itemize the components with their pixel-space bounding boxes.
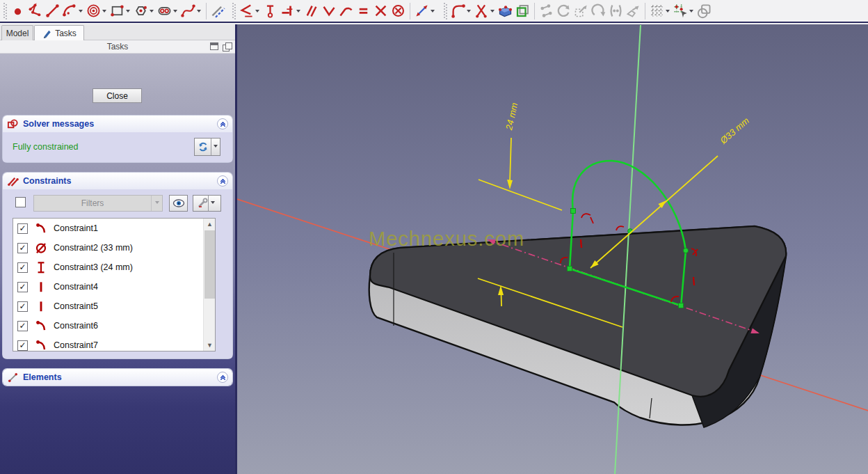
show-hide-constraints-button[interactable]: [169, 195, 188, 212]
vertical-marker[interactable]: [693, 277, 694, 285]
constraint-checkbox[interactable]: [17, 223, 28, 234]
solver-status-text: Fully constrained: [13, 142, 79, 152]
constraint-row[interactable]: Constraint1: [13, 219, 215, 238]
sketch-vertex[interactable]: [568, 267, 572, 271]
construction-mode-button[interactable]: [209, 1, 227, 21]
constraint-checkbox[interactable]: [17, 262, 28, 273]
constraint-checkbox[interactable]: [17, 243, 28, 253]
constraint-row[interactable]: Constraint7: [13, 335, 215, 351]
vertical-marker[interactable]: [581, 239, 581, 248]
refresh-dropdown[interactable]: [211, 139, 220, 155]
dock-icon[interactable]: [210, 42, 218, 50]
move-button[interactable]: [625, 1, 642, 21]
equal-button[interactable]: [355, 1, 372, 21]
3d-scene[interactable]: Mechnexus.com: [237, 24, 868, 474]
constraint-row[interactable]: Constraint2 (33 mm): [13, 238, 215, 258]
constraint-row[interactable]: Constraint4: [13, 277, 215, 297]
constraint-checkbox[interactable]: [17, 301, 28, 312]
grid-dropdown[interactable]: [666, 10, 670, 15]
arc-dropdown[interactable]: [79, 10, 83, 15]
elements-icon: [7, 372, 19, 384]
external-geometry-button[interactable]: [497, 1, 514, 21]
tab-tasks-label: Tasks: [55, 29, 77, 38]
fillet-button[interactable]: [449, 1, 473, 21]
toolbar-drag-handle[interactable]: [232, 3, 236, 19]
symmetric-button[interactable]: [372, 1, 389, 21]
constraint-row[interactable]: Constraint5: [13, 297, 215, 316]
arc-button[interactable]: [61, 1, 85, 21]
bspline-dropdown[interactable]: [197, 10, 201, 15]
constraint-label: Constraint7: [54, 340, 98, 350]
close-button[interactable]: Close: [93, 88, 142, 103]
collapse-chevron-icon[interactable]: [217, 372, 228, 383]
clone-button[interactable]: [538, 1, 555, 21]
block-button[interactable]: [389, 1, 407, 21]
dimension-button[interactable]: [238, 1, 262, 21]
slot-dropdown[interactable]: [173, 10, 177, 15]
bspline-button[interactable]: [179, 1, 203, 21]
sketch-vertex[interactable]: [683, 248, 688, 253]
perpendicular-button[interactable]: [320, 1, 337, 21]
elements-header[interactable]: Elements: [3, 369, 232, 386]
constraint-label: Constraint2 (33 mm): [54, 243, 133, 253]
rectangle-dropdown[interactable]: [126, 10, 130, 15]
horizontal-vertical-button[interactable]: [279, 1, 303, 21]
scroll-down-icon[interactable]: ▼: [204, 340, 216, 351]
scale-icon: [573, 3, 589, 19]
constraints-header[interactable]: Constraints: [3, 173, 232, 189]
scroll-up-icon[interactable]: ▲: [204, 219, 216, 230]
polyline-button[interactable]: [26, 1, 44, 21]
horizontal-vertical-dropdown[interactable]: [296, 10, 300, 15]
offset-button[interactable]: [590, 1, 607, 21]
polygon-button[interactable]: [132, 1, 156, 21]
trim-button[interactable]: [473, 1, 497, 21]
refresh-icon: [195, 139, 211, 155]
float-icon[interactable]: [223, 42, 231, 50]
parallel-button[interactable]: [303, 1, 320, 21]
fillet-dropdown[interactable]: [467, 10, 471, 15]
collapse-chevron-icon[interactable]: [217, 175, 228, 187]
rectangle-button[interactable]: [108, 1, 132, 21]
tangent-button[interactable]: [337, 1, 355, 21]
trim-dropdown[interactable]: [490, 10, 495, 15]
collapse-chevron-icon[interactable]: [217, 118, 228, 129]
line-button[interactable]: [44, 1, 61, 21]
filter-checkbox[interactable]: [15, 197, 26, 207]
snap-dropdown[interactable]: [689, 10, 693, 15]
constraint-checkbox[interactable]: [17, 340, 28, 351]
scale-button[interactable]: [572, 1, 590, 21]
sketch-vertex[interactable]: [679, 303, 684, 308]
snap-button[interactable]: [672, 1, 696, 21]
constraint-row[interactable]: Constraint6: [13, 316, 215, 335]
scrollbar[interactable]: ▲ ▼: [203, 219, 215, 351]
constraint-settings-button[interactable]: [193, 195, 221, 212]
refresh-button[interactable]: [194, 138, 220, 156]
circle-button[interactable]: [85, 1, 108, 21]
carbon-copy-button[interactable]: [514, 1, 531, 21]
tab-tasks[interactable]: Tasks: [34, 25, 84, 41]
constraint-checkbox[interactable]: [17, 321, 28, 331]
distance-button[interactable]: [413, 1, 437, 21]
solver-messages-header[interactable]: Solver messages: [3, 116, 232, 132]
dimension-dropdown[interactable]: [255, 10, 259, 15]
3d-viewport[interactable]: Mechnexus.com: [237, 24, 868, 474]
slot-button[interactable]: [156, 1, 179, 21]
point-button[interactable]: [9, 1, 26, 21]
rotate-button[interactable]: [555, 1, 572, 21]
tab-model[interactable]: Model: [1, 25, 33, 40]
toolbar-drag-handle[interactable]: [3, 3, 7, 19]
coincident-button[interactable]: [262, 1, 279, 21]
settings-dropdown[interactable]: [208, 196, 217, 211]
grid-button[interactable]: [648, 1, 672, 21]
constraint-list[interactable]: Constraint1 Constraint2 (33 mm) Constrai…: [13, 218, 216, 351]
scrollbar-thumb[interactable]: [204, 230, 215, 299]
render-order-button[interactable]: [696, 1, 713, 21]
distance-dropdown[interactable]: [431, 10, 435, 15]
circle-dropdown[interactable]: [102, 10, 106, 15]
symmetry-button[interactable]: [607, 1, 625, 21]
polygon-dropdown[interactable]: [150, 10, 154, 15]
constraint-row[interactable]: Constraint3 (24 mm): [13, 258, 215, 277]
sketch-vertex[interactable]: [571, 209, 576, 214]
constraint-checkbox[interactable]: [17, 282, 28, 292]
toolbar-drag-handle[interactable]: [444, 3, 447, 19]
